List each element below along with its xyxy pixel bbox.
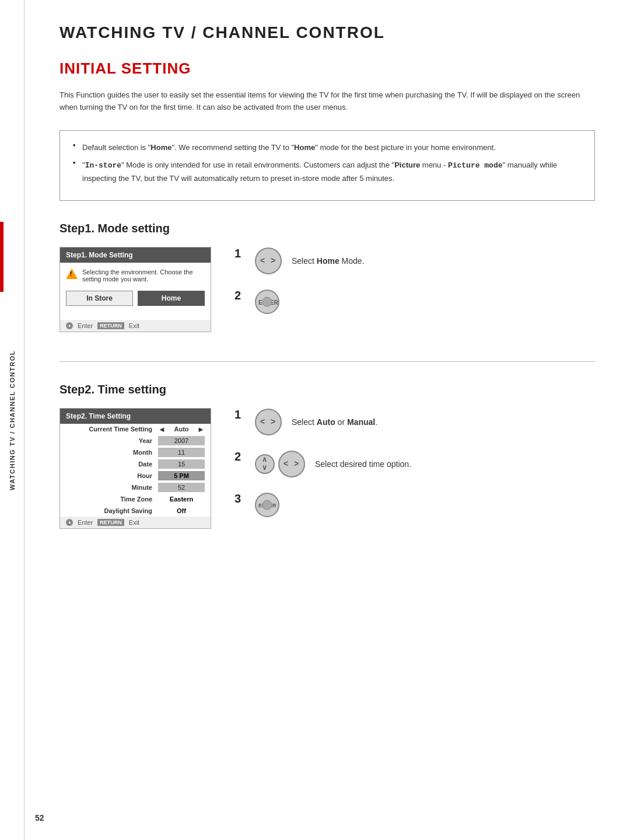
instore-button[interactable]: In Store [66, 291, 133, 306]
time-row-month: Month 11 [60, 447, 211, 458]
mode-buttons: In Store Home [66, 291, 205, 306]
step2-mockup: Step2. Time Setting Current Time Setting… [60, 408, 211, 529]
time-row-year: Year 2007 [60, 435, 211, 447]
time-value-timezone: Eastern [158, 494, 205, 504]
sidebar: WATCHING TV / CHANNEL CONTROL [0, 0, 24, 840]
step2-title: Step2. Time setting [60, 383, 595, 396]
return-badge: RETURN [97, 322, 124, 329]
step1-warning-text: Selecting the environment. Choose the se… [82, 269, 205, 283]
time-nav: ◄ Auto ► [158, 425, 205, 434]
svg-text:<: < [260, 256, 265, 265]
step1-footer-exit: Exit [129, 322, 139, 329]
step2-footer-exit: Exit [129, 519, 139, 526]
svg-text:<: < [260, 417, 265, 426]
lr-button-icon2: < > [254, 408, 282, 436]
step2-footer-enter: Enter [78, 519, 93, 526]
ud-button-icon: ∧ ∨ [254, 451, 275, 477]
step2-instructions: 1 < > Select Auto or Manual. 2 [235, 408, 595, 518]
step2-text2: Select desired time option. [315, 459, 411, 469]
step1-footer-enter: Enter [78, 322, 93, 329]
step2-footer: ● Enter RETURN Exit [60, 517, 211, 528]
step2-item3: 3 ENTER [235, 492, 595, 518]
step1-mockup-title: Step1. Mode Setting [60, 248, 211, 263]
step1-instructions: 1 < > Select Home Mode. 2 [235, 247, 595, 315]
info-bullet-1: Default selection is "Home". We recommen… [73, 141, 582, 154]
remote-group-udlr: ∧ ∨ < > [254, 450, 306, 478]
lr-button-icon: < > [254, 247, 282, 275]
step1-footer: ● Enter RETURN Exit [60, 320, 211, 332]
info-bullet-2: "In-store" Mode is only intended for use… [73, 159, 582, 185]
lr-button-icon3: < > [278, 450, 306, 478]
section-title: INITIAL SETTING [60, 60, 595, 78]
step1-text1: Select Home Mode. [292, 256, 365, 266]
svg-text:>: > [271, 256, 275, 265]
svg-text:∧: ∧ [262, 455, 267, 463]
svg-point-5 [262, 297, 272, 306]
time-value-month: 11 [158, 448, 205, 457]
home-button[interactable]: Home [138, 291, 205, 306]
sidebar-accent [0, 222, 4, 292]
svg-text:∨: ∨ [262, 463, 267, 472]
return-badge2: RETURN [97, 519, 124, 526]
step1-warning: ! Selecting the environment. Choose the … [66, 269, 205, 283]
step2-text1: Select Auto or Manual. [292, 417, 377, 427]
sidebar-label: WATCHING TV / CHANNEL CONTROL [9, 350, 16, 490]
page-title: WATCHING TV / CHANNEL CONTROL [60, 23, 595, 42]
intro-text: This Function guides the user to easily … [60, 89, 595, 114]
step1-item1: 1 < > Select Home Mode. [235, 247, 595, 275]
time-nav-right[interactable]: ► [197, 425, 205, 434]
time-row-minute: Minute 52 [60, 482, 211, 493]
step2-mockup-title: Step2. Time Setting [60, 409, 211, 424]
step2-section: Step2. Time setting Step2. Time Setting … [60, 383, 595, 529]
step1-title: Step1. Mode setting [60, 222, 595, 235]
enter-button-icon2: ENTER [254, 492, 280, 518]
svg-point-0 [256, 248, 281, 274]
time-row-date: Date 15 [60, 458, 211, 470]
step1-item2: 2 ENTER [235, 289, 595, 315]
svg-point-6 [256, 409, 281, 435]
svg-point-17 [262, 500, 272, 510]
step2-item1: 1 < > Select Auto or Manual. [235, 408, 595, 436]
step1-content: Step1. Mode Setting ! Selecting the envi… [60, 247, 595, 332]
step2-content: Step2. Time Setting Current Time Setting… [60, 408, 595, 529]
time-row-hour: Hour 5 PM [60, 470, 211, 482]
svg-text:>: > [271, 417, 275, 426]
time-label-current: Current Time Setting [66, 426, 158, 433]
section-divider [60, 361, 595, 362]
main-content: WATCHING TV / CHANNEL CONTROL INITIAL SE… [24, 0, 630, 593]
time-value-daylight: Off [158, 506, 205, 515]
svg-point-12 [279, 451, 304, 477]
enter-circle-icon: ● [66, 322, 73, 329]
time-value-date: 15 [158, 459, 205, 469]
step1-section: Step1. Mode setting Step1. Mode Setting … [60, 222, 595, 332]
time-row-current: Current Time Setting ◄ Auto ► [60, 424, 211, 435]
time-value-hour: 5 PM [158, 471, 205, 480]
time-nav-left[interactable]: ◄ [158, 425, 166, 434]
info-box: Default selection is "Home". We recommen… [60, 130, 595, 201]
step1-mockup-body: ! Selecting the environment. Choose the … [60, 263, 211, 320]
enter-circle-icon2: ● [66, 519, 73, 526]
time-row-daylight: Daylight Saving Off [60, 505, 211, 517]
time-value-year: 2007 [158, 436, 205, 445]
svg-text:>: > [294, 459, 299, 468]
svg-text:<: < [284, 459, 288, 468]
time-value-minute: 52 [158, 483, 205, 492]
enter-button-icon: ENTER [254, 289, 280, 315]
time-nav-auto: Auto [174, 426, 188, 433]
page-number: 52 [35, 813, 44, 822]
step2-item2: 2 ∧ ∨ < [235, 450, 595, 478]
step1-mockup: Step1. Mode Setting ! Selecting the envi… [60, 247, 211, 332]
warning-icon: ! [66, 269, 78, 279]
time-row-timezone: Time Zone Eastern [60, 493, 211, 505]
